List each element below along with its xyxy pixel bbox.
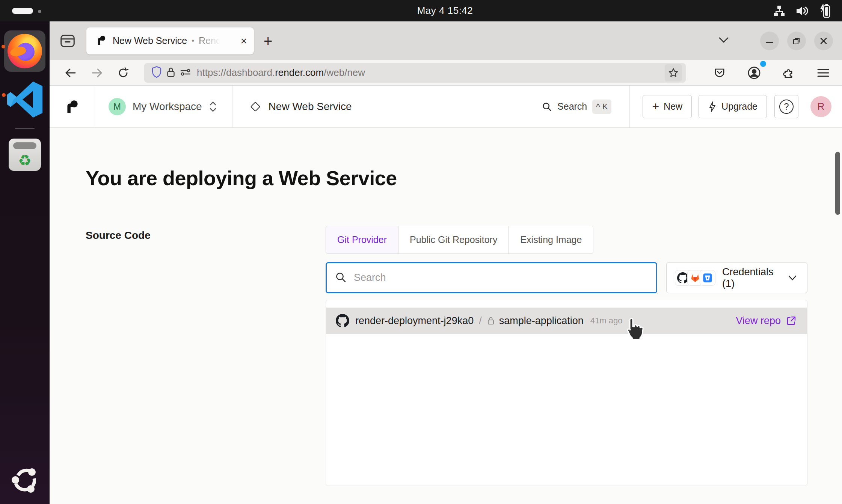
upgrade-button[interactable]: Upgrade: [699, 95, 767, 118]
recycle-icon: ♻: [18, 153, 32, 168]
main-content: You are deploying a Web Service Source C…: [50, 128, 842, 504]
tab-git-provider[interactable]: Git Provider: [326, 226, 398, 254]
page-scrollbar-thumb[interactable]: [835, 152, 840, 215]
restore-button[interactable]: [787, 32, 806, 50]
navigation-toolbar: https://dashboard.render.com/web/new: [50, 60, 842, 86]
volume-icon: [795, 5, 809, 17]
page-heading: You are deploying a Web Service: [86, 166, 807, 190]
system-top-bar: May 4 15:42: [0, 0, 842, 21]
lock-icon[interactable]: [166, 66, 176, 80]
reload-button[interactable]: [113, 63, 133, 83]
tab-title: New Web Service • Rend: [113, 35, 238, 46]
extensions-puzzle-icon[interactable]: [779, 63, 798, 83]
system-clock[interactable]: May 4 15:42: [417, 5, 473, 17]
repo-owner: render-deployment-j29ka0: [355, 315, 474, 327]
external-link-icon: [786, 315, 797, 326]
github-icon: [336, 314, 349, 327]
firefox-window: New Web Service • Rend × +: [50, 21, 842, 504]
source-type-tabs: Git Provider Public Git Repository Exist…: [326, 226, 593, 254]
network-icon: [773, 5, 786, 17]
firefox-view-button[interactable]: [58, 31, 77, 51]
activities-pill[interactable]: [12, 8, 33, 14]
private-lock-icon: [487, 316, 495, 325]
view-repo-link[interactable]: View repo: [736, 315, 797, 327]
page-title: New Web Service: [269, 101, 352, 113]
app-header: M My Workspace New Web Service Search ^ …: [50, 86, 842, 128]
chevron-down-icon: [787, 274, 798, 282]
repo-name: sample-application: [499, 315, 584, 327]
firefox-icon: [8, 34, 42, 68]
workspace-indicator-dot: [38, 10, 41, 13]
render-logo-icon[interactable]: [50, 99, 94, 115]
repo-search-icon: [335, 271, 347, 285]
menu-hamburger-icon[interactable]: [813, 63, 833, 83]
tracking-protection-shield-icon[interactable]: [151, 66, 162, 80]
search-icon: [542, 101, 552, 112]
global-search[interactable]: Search ^ K: [542, 100, 611, 114]
tab-close-icon[interactable]: ×: [240, 35, 247, 47]
search-shortcut-badge: ^ K: [592, 100, 611, 114]
render-favicon: [95, 35, 107, 47]
list-all-tabs-chevron-icon[interactable]: [717, 36, 731, 46]
pocket-icon[interactable]: [710, 63, 729, 83]
question-mark-icon: ?: [779, 100, 794, 114]
credentials-dropdown[interactable]: Credentials (1): [666, 262, 807, 293]
dock-item-firefox[interactable]: [4, 21, 45, 72]
firefox-running-indicator: [2, 45, 5, 48]
minimize-button[interactable]: [760, 32, 779, 50]
repo-list-panel: render-deployment-j29ka0 / sample-applic…: [326, 300, 807, 486]
dock-item-ubuntu[interactable]: [9, 464, 41, 496]
forward-button[interactable]: [87, 63, 107, 83]
url-text[interactable]: https://dashboard.render.com/web/new: [197, 67, 665, 78]
repo-updated-time: 41m ago: [590, 316, 623, 326]
bitbucket-icon: [700, 270, 715, 286]
user-avatar[interactable]: R: [810, 96, 831, 117]
bookmark-star-icon[interactable]: [665, 64, 682, 81]
close-window-button[interactable]: [814, 32, 833, 50]
account-icon[interactable]: [744, 63, 764, 83]
battery-icon: [819, 4, 831, 18]
system-tray[interactable]: [773, 0, 831, 21]
trash-lid: [13, 142, 36, 149]
help-button[interactable]: ?: [774, 95, 798, 118]
dock-divider: [15, 128, 35, 129]
workspace-avatar: M: [109, 98, 126, 115]
ubuntu-logo-icon: [9, 464, 41, 496]
repo-search-input[interactable]: [326, 262, 657, 293]
tab-strip: New Web Service • Rend × +: [50, 21, 842, 60]
workspace-chevrons-icon: [209, 100, 217, 113]
new-tab-button[interactable]: +: [264, 33, 272, 48]
render-dashboard-page: M My Workspace New Web Service Search ^ …: [50, 86, 842, 504]
ubuntu-dock: ♻: [0, 21, 50, 504]
permissions-sliders-icon[interactable]: [180, 67, 192, 78]
repo-row[interactable]: render-deployment-j29ka0 / sample-applic…: [326, 308, 807, 334]
source-code-label: Source Code: [86, 226, 326, 486]
account-notification-dot: [760, 61, 766, 67]
dock-item-trash[interactable]: ♻: [9, 139, 41, 171]
new-button[interactable]: + New: [643, 95, 692, 118]
back-button[interactable]: [61, 63, 80, 83]
tab-public-git-repository[interactable]: Public Git Repository: [398, 226, 509, 254]
dock-item-vscode[interactable]: [5, 72, 45, 118]
url-bar[interactable]: https://dashboard.render.com/web/new: [144, 63, 686, 83]
tab-existing-image[interactable]: Existing Image: [509, 226, 593, 254]
workspace-selector[interactable]: M My Workspace: [94, 98, 232, 115]
plus-icon: +: [652, 100, 659, 112]
vscode-icon: [5, 81, 45, 118]
vscode-running-indicator: [2, 93, 6, 97]
service-diamond-icon: [250, 101, 261, 112]
browser-tab-active[interactable]: New Web Service • Rend ×: [86, 27, 254, 54]
lightning-icon: [708, 101, 717, 112]
